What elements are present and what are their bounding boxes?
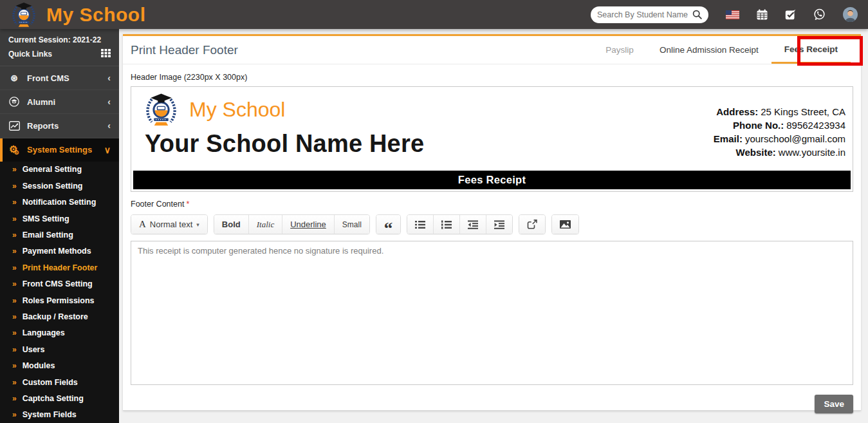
underline-button[interactable]: Underline xyxy=(282,215,334,234)
sidebar-subitem-modules[interactable]: »Modules xyxy=(0,357,119,373)
sidebar-item-label: System Settings xyxy=(27,145,92,155)
sidebar-item-reports[interactable]: Reports ‹ xyxy=(0,114,119,138)
main-content: Print Header Footer Payslip Online Admis… xyxy=(119,29,868,423)
double-arrow-icon: » xyxy=(12,296,17,305)
quick-links[interactable]: Quick Links xyxy=(8,46,111,62)
sidebar-subitem-custom-fields[interactable]: »Custom Fields xyxy=(0,374,119,390)
sidebar-subitem-system-fields[interactable]: »System Fields xyxy=(0,407,119,423)
indent-button[interactable] xyxy=(486,215,512,234)
sidebar-subitem-payment-methods[interactable]: »Payment Methods xyxy=(0,243,119,259)
sidebar-item-label: Reports xyxy=(27,121,59,131)
subitem-label: Users xyxy=(23,345,45,354)
sidebar-subitem-languages[interactable]: »Languages xyxy=(0,325,119,341)
subitem-label: Payment Methods xyxy=(23,247,91,256)
language-flag-icon[interactable] xyxy=(726,10,739,19)
top-navigation-bar: My School xyxy=(0,0,868,29)
sidebar-subitem-front-cms-setting[interactable]: »Front CMS Setting xyxy=(0,276,119,292)
calendar-icon[interactable] xyxy=(757,9,768,20)
required-asterisk: * xyxy=(186,200,189,209)
sidebar-subitem-general-setting[interactable]: »General Setting xyxy=(0,162,119,178)
unordered-list-button[interactable] xyxy=(407,215,433,234)
sidebar-subitem-users[interactable]: »Users xyxy=(0,341,119,357)
double-arrow-icon: » xyxy=(12,328,17,337)
subitem-label: Captcha Setting xyxy=(23,394,84,403)
search-icon[interactable] xyxy=(692,10,702,19)
double-arrow-icon: » xyxy=(12,165,17,174)
share-link-button[interactable] xyxy=(519,215,545,234)
double-arrow-icon: » xyxy=(12,345,17,354)
search-input[interactable] xyxy=(597,10,688,19)
save-button[interactable]: Save xyxy=(815,395,853,413)
italic-button[interactable]: Italic xyxy=(248,215,282,234)
sidebar: Current Session: 2021-22 Quick Links ⊛ F… xyxy=(0,29,119,423)
share-icon xyxy=(527,220,537,229)
sidebar-subitem-email-setting[interactable]: »Email Setting xyxy=(0,227,119,243)
subitem-label: Session Setting xyxy=(23,182,83,191)
ordered-list-button[interactable] xyxy=(433,215,459,234)
blockquote-button[interactable]: “ xyxy=(376,215,401,234)
bold-button[interactable]: Bold xyxy=(214,215,248,234)
subitem-label: Notification Setting xyxy=(23,198,97,207)
subitem-label: Modules xyxy=(23,361,55,370)
subitem-label: Languages xyxy=(23,328,65,337)
double-arrow-icon: » xyxy=(12,198,17,207)
contact-line: Email:yourschool@gmail.com xyxy=(714,133,845,146)
sidebar-item-label: Front CMS xyxy=(27,73,69,83)
line-chart-icon xyxy=(8,121,20,131)
tasks-check-icon[interactable] xyxy=(785,9,796,20)
user-avatar[interactable] xyxy=(843,7,858,22)
small-text-button[interactable]: Small xyxy=(334,215,369,234)
double-arrow-icon: » xyxy=(12,182,17,191)
double-arrow-icon: » xyxy=(12,410,17,419)
double-arrow-icon: » xyxy=(12,230,17,240)
subitem-label: Roles Permissions xyxy=(23,296,95,305)
sidebar-subitem-session-setting[interactable]: »Session Setting xyxy=(0,178,119,194)
sidebar-item-front-cms[interactable]: ⊛ Front CMS ‹ xyxy=(0,66,119,90)
contact-line: Phone No.:89562423934 xyxy=(714,119,845,133)
text-style-dropdown[interactable]: A Normal text ▾ xyxy=(131,215,207,234)
double-arrow-icon: » xyxy=(12,312,17,321)
receipt-banner: Fees Receipt xyxy=(133,171,851,189)
app-logo[interactable]: My School xyxy=(0,1,146,28)
sidebar-subitem-captcha-setting[interactable]: »Captcha Setting xyxy=(0,390,119,406)
sidebar-subitem-roles-permissions[interactable]: »Roles Permissions xyxy=(0,292,119,308)
student-search[interactable] xyxy=(591,6,708,23)
sidebar-item-system-settings[interactable]: ⚙⚙ System Settings ∨ xyxy=(0,138,119,162)
gears-icon: ⚙⚙ xyxy=(8,144,20,156)
circled-asterisk-icon: ⊛ xyxy=(8,73,20,83)
editor-toolbar: A Normal text ▾ Bold Italic Underline Sm… xyxy=(131,214,853,234)
double-arrow-icon: » xyxy=(12,247,17,256)
double-arrow-icon: » xyxy=(12,378,17,387)
footer-content-editor[interactable]: This receipt is computer generated hence… xyxy=(131,241,853,385)
insert-image-button[interactable] xyxy=(552,215,578,234)
sidebar-subitem-backup-restore[interactable]: »Backup / Restore xyxy=(0,308,119,324)
header-image-preview: My School Your School Name Here Address:… xyxy=(131,86,853,192)
subitem-label: Print Header Footer xyxy=(23,263,98,272)
contact-block: Address:25 Kings Street, CA Phone No.:89… xyxy=(714,92,845,159)
tab-online-admission-receipt[interactable]: Online Admission Receipt xyxy=(647,36,771,64)
subitem-label: General Setting xyxy=(23,165,82,174)
sidebar-subitem-notification-setting[interactable]: »Notification Setting xyxy=(0,194,119,211)
chevron-down-icon: ∨ xyxy=(104,145,111,155)
tab-payslip[interactable]: Payslip xyxy=(593,36,647,64)
sidebar-subitem-print-header-footer[interactable]: »Print Header Footer xyxy=(0,259,119,276)
tab-fees-receipt[interactable]: Fees Receipt xyxy=(771,36,851,64)
font-style-icon: A xyxy=(139,219,146,230)
quote-icon: “ xyxy=(384,218,393,232)
double-arrow-icon: » xyxy=(12,263,17,272)
double-arrow-icon: » xyxy=(12,279,17,288)
whatsapp-icon[interactable] xyxy=(813,8,826,21)
system-settings-submenu: »General Setting »Session Setting »Notif… xyxy=(0,162,119,423)
subitem-label: SMS Setting xyxy=(23,214,69,223)
ordered-list-icon xyxy=(441,220,452,229)
double-arrow-icon: » xyxy=(12,394,17,403)
outdent-button[interactable] xyxy=(459,215,486,234)
grid-icon[interactable] xyxy=(101,49,111,59)
sidebar-subitem-sms-setting[interactable]: »SMS Setting xyxy=(0,211,119,227)
unordered-list-icon xyxy=(415,220,425,229)
current-session-label: Current Session: 2021-22 xyxy=(8,33,111,46)
subitem-label: System Fields xyxy=(23,410,77,419)
sidebar-item-alumni[interactable]: Alumni ‹ xyxy=(0,90,119,114)
school-logo-icon xyxy=(143,92,179,127)
double-arrow-icon: » xyxy=(12,214,17,223)
